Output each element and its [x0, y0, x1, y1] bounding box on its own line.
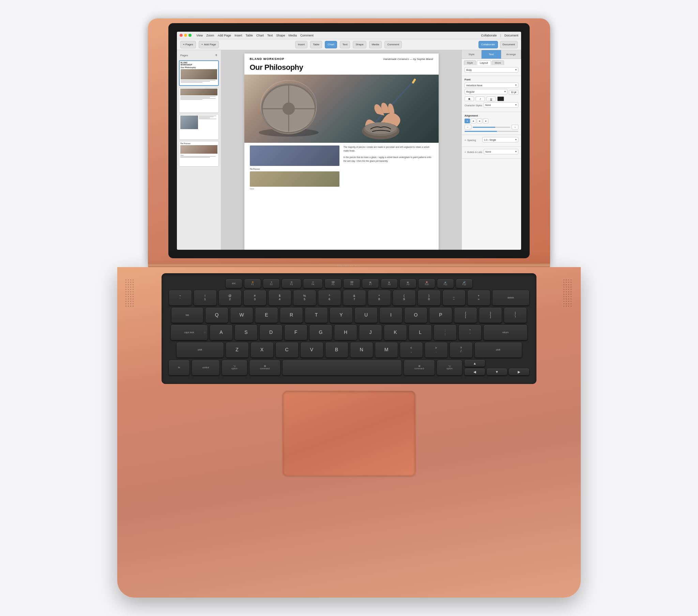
key-r[interactable]: R	[280, 307, 303, 323]
key-h[interactable]: H	[334, 325, 357, 340]
toolbar-comment-btn[interactable]: Comment	[385, 41, 402, 48]
key-backtick[interactable]: ~ `	[169, 290, 192, 306]
key-f7[interactable]: ⏮ F7	[362, 279, 379, 288]
key-d[interactable]: D	[260, 325, 282, 340]
key-c[interactable]: C	[275, 342, 298, 358]
key-t[interactable]: T	[305, 307, 328, 323]
insp-subtab-layout[interactable]: Layout	[477, 60, 491, 65]
underline-button[interactable]: U	[486, 96, 496, 101]
menu-insert[interactable]: Insert	[235, 34, 242, 37]
key-i[interactable]: I	[379, 307, 403, 323]
key-option-right[interactable]: ⌥ option	[436, 360, 462, 376]
pages-btn[interactable]: ≡ Pages	[180, 41, 196, 48]
close-button[interactable]	[180, 34, 183, 37]
key-arrow-left[interactable]: ◀	[464, 368, 485, 376]
menu-zoom[interactable]: Zoom	[206, 34, 214, 37]
key-fn[interactable]: fn	[168, 360, 190, 376]
key-equals[interactable]: + =	[467, 290, 490, 306]
bold-button[interactable]: B	[464, 96, 474, 101]
menu-addpage[interactable]: Add Page	[218, 34, 231, 37]
menu-view[interactable]: View	[196, 34, 203, 37]
key-n[interactable]: N	[350, 342, 373, 358]
italic-button[interactable]: I	[475, 96, 485, 101]
key-space[interactable]	[282, 360, 402, 376]
key-arrow-up[interactable]: ▲	[464, 360, 485, 367]
key-4[interactable]: $ 4	[268, 290, 291, 306]
key-7[interactable]: & 7	[343, 290, 366, 306]
align-left-btn[interactable]: ≡	[464, 118, 470, 123]
page-thumb-4[interactable]: The Process Glaze	[179, 141, 219, 167]
key-shift-right[interactable]: shift	[474, 342, 522, 358]
key-f6[interactable]: ⌨ F6	[343, 279, 360, 288]
key-f[interactable]: F	[284, 325, 307, 340]
page-thumb-3[interactable]	[179, 114, 219, 140]
key-f5[interactable]: ⌨ F5	[324, 279, 341, 288]
toolbar-table-btn[interactable]: Table	[310, 41, 322, 48]
indent-decrease-btn[interactable]: ←	[464, 125, 471, 129]
key-delete[interactable]: delete	[492, 290, 530, 306]
key-return[interactable]: return	[483, 325, 528, 340]
key-semicolon[interactable]: : ;	[434, 325, 457, 340]
bullets-dropdown[interactable]: None ▾	[484, 149, 518, 154]
key-e[interactable]: E	[255, 307, 278, 323]
spacing-dropdown[interactable]: 1.0 - Single ▾	[482, 137, 518, 142]
indent-slider[interactable]	[464, 131, 518, 132]
key-f1[interactable]: 🔅 F1	[244, 279, 261, 288]
key-o[interactable]: O	[404, 307, 428, 323]
menu-table[interactable]: Table	[246, 34, 253, 37]
inspector-tab-text[interactable]: Text	[481, 50, 501, 59]
key-tab[interactable]: tab	[171, 307, 204, 323]
key-rbracket[interactable]: } ]	[479, 307, 502, 323]
font-color-picker[interactable]	[497, 96, 504, 101]
key-option-left[interactable]: ⌥ option	[222, 360, 248, 376]
toolbar-text-btn[interactable]: Text	[340, 41, 350, 48]
inspector-tab-arrange[interactable]: Arrange	[501, 50, 521, 59]
inspector-tab-style[interactable]: Style	[462, 50, 481, 59]
key-9[interactable]: ( 9	[393, 290, 416, 306]
key-comma[interactable]: < ,	[400, 342, 423, 358]
char-styles-dropdown[interactable]: None ▾	[484, 102, 518, 108]
key-arrow-right[interactable]: ▶	[508, 368, 530, 376]
key-1[interactable]: ! 1	[194, 290, 217, 306]
key-control[interactable]: control	[192, 360, 220, 376]
font-size-field[interactable]: 11 pt	[509, 90, 518, 95]
trackpad[interactable]	[282, 391, 416, 476]
key-b[interactable]: B	[325, 342, 348, 358]
menu-shape[interactable]: Shape	[276, 34, 285, 37]
insp-subtab-more[interactable]: More	[492, 60, 504, 65]
key-w[interactable]: W	[230, 307, 253, 323]
key-g[interactable]: G	[309, 325, 332, 340]
key-p[interactable]: P	[429, 307, 452, 323]
key-f12[interactable]: 🔊 F12	[456, 279, 473, 288]
key-s[interactable]: S	[235, 325, 258, 340]
key-x[interactable]: X	[251, 342, 274, 358]
toolbar-shape-btn[interactable]: Shape	[353, 41, 366, 48]
insp-subtab-style[interactable]: Style	[464, 60, 476, 65]
align-center-btn[interactable]: ≡	[471, 118, 476, 123]
key-8[interactable]: * 8	[368, 290, 391, 306]
key-y[interactable]: Y	[330, 307, 353, 323]
toolbar-chart-btn[interactable]: Chart	[325, 41, 337, 48]
key-f2[interactable]: ☀ F2	[263, 279, 280, 288]
key-f4[interactable]: ⊡ F4	[303, 279, 323, 288]
key-shift-left[interactable]: shift	[176, 342, 224, 358]
add-page-sidebar-btn[interactable]: +	[215, 53, 218, 58]
key-arrow-down[interactable]: ▼	[486, 368, 507, 376]
key-k[interactable]: K	[384, 325, 407, 340]
font-style-dropdown[interactable]: Regular ▾	[464, 89, 507, 94]
key-f3[interactable]: ⊞ F3	[281, 279, 301, 288]
key-6[interactable]: ^ 6	[318, 290, 341, 306]
toolbar-media-btn[interactable]: Media	[369, 41, 382, 48]
key-capslock[interactable]: caps lock	[170, 325, 208, 340]
collaborate-btn[interactable]: Collaborate	[478, 41, 498, 48]
key-a[interactable]: A	[210, 325, 233, 340]
fullscreen-button[interactable]	[189, 34, 192, 37]
menu-document[interactable]: Document	[504, 34, 518, 37]
menu-text[interactable]: Text	[267, 34, 273, 37]
key-f11[interactable]: 🔉 F11	[437, 279, 454, 288]
font-family-dropdown[interactable]: Helvetica Neue ▾	[464, 82, 518, 88]
menu-media[interactable]: Media	[289, 34, 297, 37]
key-2[interactable]: @ 2	[219, 290, 242, 306]
key-quote[interactable]: " '	[458, 325, 481, 340]
key-3[interactable]: # 3	[243, 290, 266, 306]
